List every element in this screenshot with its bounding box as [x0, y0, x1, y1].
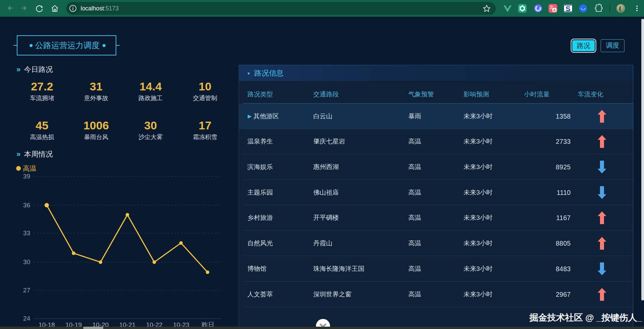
svg-text:S: S: [566, 5, 570, 12]
svg-text:A: A: [553, 8, 556, 12]
svg-text:高温: 高温: [23, 165, 36, 172]
svg-text:39: 39: [23, 173, 30, 180]
svg-text:27: 27: [23, 287, 30, 294]
svg-text:24: 24: [23, 315, 31, 322]
svg-text:30: 30: [23, 258, 30, 265]
svg-text:33: 33: [23, 230, 30, 237]
svg-text:36: 36: [23, 202, 30, 209]
